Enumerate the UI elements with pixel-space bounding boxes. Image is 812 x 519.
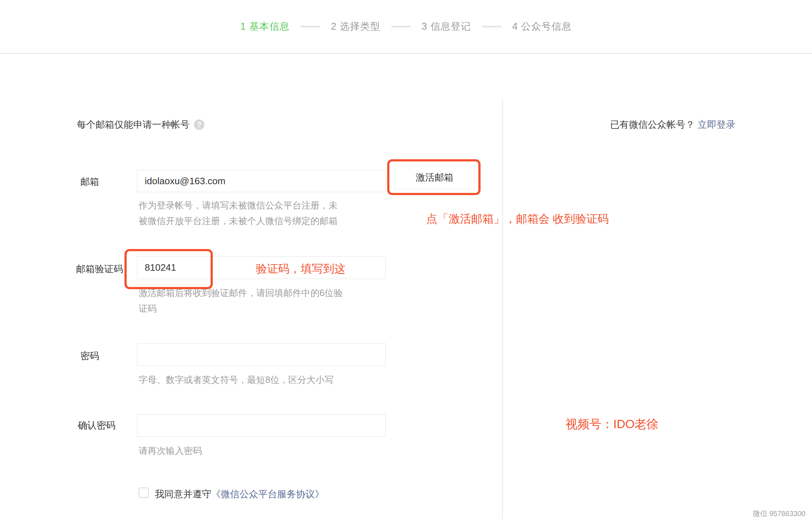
email-rule-note: 每个邮箱仅能申请一种帐号 ? xyxy=(77,118,204,131)
password-label: 密码 xyxy=(80,350,99,362)
step-choose-type: 2 选择类型 xyxy=(331,20,380,33)
code-annotation: 验证码，填写到这 xyxy=(256,261,346,277)
step-connector xyxy=(482,26,502,28)
step-basic-info: 1 基本信息 xyxy=(240,20,290,33)
code-label: 邮箱验证码 xyxy=(76,263,123,275)
registration-page: 1 基本信息 2 选择类型 3 信息登记 4 公众号信息 每个邮箱仅能申请一种帐… xyxy=(0,0,812,519)
agreement-prefix: 我同意并遵守 xyxy=(155,489,211,499)
email-label: 邮箱 xyxy=(80,176,99,188)
step-info-registration: 3 信息登记 xyxy=(422,20,471,33)
activate-annotation: 点「激活邮箱」，邮箱会 收到验证码 xyxy=(426,211,609,227)
step-connector xyxy=(300,26,320,28)
step-connector xyxy=(391,26,411,28)
code-help-line1: 激活邮箱后将收到验证邮件，请回填邮件中的6位验 xyxy=(139,285,343,301)
confirm-password-help: 请再次输入密码 xyxy=(139,443,202,459)
login-now-link[interactable]: 立即登录 xyxy=(698,118,735,131)
password-input[interactable] xyxy=(137,343,386,366)
vertical-divider xyxy=(502,98,503,519)
email-rule-text: 每个邮箱仅能申请一种帐号 xyxy=(77,118,190,131)
email-help-line1: 作为登录帐号，请填写未被微信公众平台注册，未 xyxy=(139,198,338,213)
confirm-password-input[interactable] xyxy=(137,414,386,437)
email-help-line2: 被微信开放平台注册，未被个人微信号绑定的邮箱 xyxy=(139,213,338,229)
password-help: 字母、数字或者英文符号，最短8位，区分大小写 xyxy=(139,372,334,388)
email-input[interactable] xyxy=(137,170,386,192)
agreement-checkbox[interactable] xyxy=(139,488,149,498)
service-agreement-link[interactable]: 《微信公众平台服务协议》 xyxy=(211,489,324,499)
wizard-stepper: 1 基本信息 2 选择类型 3 信息登记 4 公众号信息 xyxy=(240,20,572,33)
existing-account-text: 已有微信公众帐号？ xyxy=(610,118,695,131)
channel-annotation: 视频号：IDO老徐 xyxy=(566,416,659,432)
agreement-text: 我同意并遵守《微信公众平台服务协议》 xyxy=(155,488,324,501)
watermark-text: 微信 957863300 xyxy=(753,509,805,519)
activate-email-button[interactable]: 激活邮箱 xyxy=(394,165,475,189)
question-mark-icon[interactable]: ? xyxy=(194,119,204,130)
confirm-password-label: 确认密码 xyxy=(78,419,115,432)
step-account-info: 4 公众号信息 xyxy=(512,20,572,33)
code-help-line2: 证码 xyxy=(139,301,157,316)
wizard-header: 1 基本信息 2 选择类型 3 信息登记 4 公众号信息 xyxy=(0,0,812,54)
existing-account-note: 已有微信公众帐号？ 立即登录 xyxy=(610,118,735,131)
